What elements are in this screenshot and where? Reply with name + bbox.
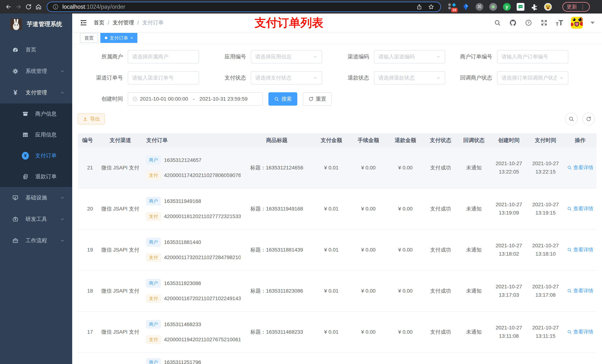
cell-fee: ¥ 0.00	[350, 206, 387, 212]
sidebar-item-dev-tools[interactable]: 研发工具	[0, 208, 72, 230]
notify-status-select[interactable]: 请选择订单回调商户状态	[497, 71, 568, 84]
merchant-tag: 商户	[146, 358, 161, 364]
sidebar-item-merchant-info[interactable]: 商户信息	[0, 104, 72, 124]
extension-y-icon[interactable]: y	[503, 3, 511, 11]
view-detail-link[interactable]: 查看详情	[567, 287, 593, 294]
cell-paid: 2021-10-2713:11:15	[527, 324, 564, 340]
cell-refund: ¥ 0.00	[387, 329, 424, 335]
refund-status-select[interactable]: 请选择退款状态	[374, 71, 445, 84]
table-row: 21微信 JSAPI 支付商户1635312124657支付4200001174…	[78, 147, 596, 188]
tab-close-icon[interactable]: ×	[130, 35, 133, 41]
browser-back-icon[interactable]	[4, 3, 13, 11]
column-header: 支付订单	[142, 137, 241, 144]
order-number: 1635311949168	[164, 198, 201, 204]
sidebar-item-home[interactable]: 首页	[0, 39, 72, 61]
browser-forward-icon[interactable]	[14, 3, 22, 11]
breadcrumb-home[interactable]: 首页	[94, 19, 104, 26]
date-range-input[interactable]: 2021-10-01 00:00:00 - 2021-10-31 23:59:5…	[128, 92, 263, 106]
share-icon[interactable]	[415, 3, 423, 11]
table-refresh-button[interactable]	[582, 113, 595, 125]
cell-channel: 微信 JSAPI 支付	[98, 329, 142, 335]
font-size-icon[interactable]: TT	[556, 19, 563, 26]
pay-order-table: 编号支付渠道支付订单商品标题支付金额手续金额退款金额支付状态回调状态创建时间支付…	[78, 133, 596, 364]
pay-status-select[interactable]: 请选择支付状态	[251, 71, 322, 84]
clock-icon	[132, 96, 138, 102]
reset-button[interactable]: 重置	[303, 92, 332, 106]
extension-pinned-icon[interactable]: 10	[448, 3, 456, 11]
merchant-order-no-input[interactable]	[502, 54, 564, 60]
app-logo-row[interactable]: 芋道管理系统	[0, 13, 72, 35]
cell-notify: 未通知	[457, 164, 491, 171]
view-detail-link[interactable]: 查看详情	[567, 164, 593, 171]
pay-order-icon: ¥	[22, 152, 29, 160]
cell-channel	[98, 353, 142, 358]
extension-chat-icon[interactable]	[516, 3, 525, 11]
browser-reload-icon[interactable]	[24, 3, 32, 11]
cell-status: 支付成功	[424, 329, 457, 335]
extensions-puzzle-icon[interactable]	[530, 3, 538, 11]
channel-order-no-input[interactable]	[132, 75, 194, 81]
chevron-down-icon	[313, 75, 318, 80]
view-detail-link[interactable]: 查看详情	[567, 329, 593, 335]
filter-label: 支付状态	[199, 74, 251, 82]
extension-dot-icon[interactable]	[489, 3, 497, 11]
browser-update-button[interactable]: 更新 ⋮	[562, 2, 590, 12]
profile-emoji-icon[interactable]	[544, 3, 552, 11]
column-header: 回调状态	[457, 137, 491, 144]
cell-amount: ¥ 0.01	[313, 165, 350, 171]
chevron-up-icon	[60, 90, 65, 95]
extension-kite-icon[interactable]	[462, 3, 470, 11]
table-row: 19微信 JSAPI 支付商户1635311881440支付4200001173…	[78, 229, 596, 270]
column-header: 支付渠道	[98, 137, 142, 144]
dashboard-icon	[12, 47, 19, 53]
chevron-down-icon	[60, 69, 65, 74]
sidebar-item-infra[interactable]: 基础设施	[0, 187, 72, 208]
app-filter-select[interactable]: 请选择应用信息	[251, 50, 322, 63]
header-search-icon[interactable]	[494, 19, 501, 27]
view-detail-link[interactable]: 查看详情	[567, 205, 593, 212]
browser-menu-icon[interactable]: ⋮	[580, 3, 586, 10]
sidebar-item-pay-order[interactable]: ¥ 支付订单	[0, 145, 72, 166]
sidebar-item-app-info[interactable]: 应用信息	[0, 124, 72, 145]
fullscreen-icon[interactable]	[540, 19, 548, 27]
chevron-down-icon	[60, 238, 65, 243]
site-info-icon[interactable]	[52, 4, 59, 10]
url-text[interactable]: localhost:1024/pay/order	[62, 3, 125, 10]
breadcrumb-current: 支付订单	[142, 19, 164, 26]
address-bar[interactable]: localhost:1024/pay/order	[47, 2, 441, 12]
search-button[interactable]: 搜索	[269, 92, 297, 106]
sidebar-item-workflow[interactable]: 工作流程	[0, 230, 72, 251]
channel-code-select[interactable]: 请输入渠道编码	[374, 50, 445, 63]
cell-title	[241, 353, 313, 358]
breadcrumb-section[interactable]: 支付管理	[113, 19, 134, 26]
export-button[interactable]: 导出	[78, 113, 105, 125]
sidebar-item-system[interactable]: 系统管理	[0, 61, 72, 82]
table-row: 17微信 JSAPI 支付商户1635311468233支付4200001194…	[78, 312, 596, 353]
filter-row-1: 所属商户 应用编号 请选择应用信息 渠道编码 请输入渠道编码	[78, 50, 596, 63]
github-icon[interactable]	[509, 19, 517, 27]
cell-refund: ¥ 0.00	[387, 288, 424, 294]
avatar-caret-icon[interactable]	[591, 22, 595, 24]
sidebar-item-pay[interactable]: ¥ 支付管理	[0, 82, 72, 104]
cell-fee: ¥ 0.00	[350, 247, 387, 253]
view-detail-link[interactable]: 查看详情	[567, 246, 593, 253]
help-icon[interactable]: ?	[525, 19, 532, 27]
merchant-filter-input[interactable]	[132, 54, 194, 60]
tab-pay-order[interactable]: 支付订单 ×	[100, 33, 137, 43]
tab-home[interactable]: 首页	[80, 33, 98, 43]
sidebar-collapse-icon[interactable]	[80, 19, 87, 27]
user-avatar[interactable]	[571, 17, 583, 29]
cell-fee: ¥ 0.00	[350, 165, 387, 171]
yen-icon: ¥	[12, 89, 19, 96]
column-header: 商品标题	[241, 137, 313, 144]
bookmark-star-icon[interactable]	[427, 3, 435, 11]
extension-command-icon[interactable]: ⌘	[475, 3, 484, 11]
cell-created: 2021-10-2713:19:09	[491, 200, 527, 217]
filter-label: 渠道订单号	[78, 74, 128, 82]
sidebar: 芋道管理系统 首页 系统管理 ¥ 支付	[0, 13, 72, 364]
pay-submenu: 商户信息 应用信息 ¥ 支付订单 退款订单	[0, 104, 72, 187]
table-search-toggle-button[interactable]	[565, 113, 578, 125]
browser-home-icon[interactable]	[34, 3, 43, 11]
cell-amount: ¥ 0.01	[313, 247, 350, 253]
sidebar-item-refund-order[interactable]: 退款订单	[0, 166, 72, 187]
